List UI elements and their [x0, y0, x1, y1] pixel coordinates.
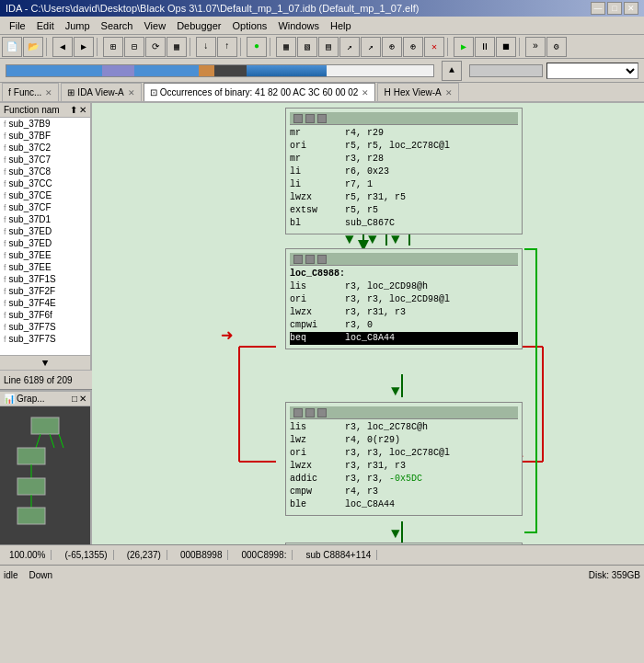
maximize-button[interactable]: □	[607, 2, 622, 15]
list-item[interactable]: fsub_37F6f	[0, 309, 90, 321]
list-item[interactable]: fsub_37C2	[0, 142, 90, 154]
function-list[interactable]: fsub_37B9 fsub_37BF fsub_37C2 fsub_37C7 …	[0, 118, 90, 355]
main-area: Function nam ⬆ ✕ fsub_37B9 fsub_37BF fsu…	[0, 103, 644, 544]
blk-icon	[293, 408, 303, 417]
list-item[interactable]: fsub_37F4E	[0, 297, 90, 309]
list-item[interactable]: fsub_37B9	[0, 118, 90, 130]
menu-search[interactable]: Search	[96, 18, 139, 33]
btn-stop[interactable]: ⏹	[496, 37, 516, 57]
btn4[interactable]: ⊟	[124, 37, 144, 57]
nav-btn[interactable]: ▲	[442, 61, 462, 81]
list-item[interactable]: fsub_37C7	[0, 154, 90, 166]
list-item[interactable]: fsub_37C8	[0, 166, 90, 177]
sidebar-scroll-down[interactable]: ▼	[0, 355, 90, 370]
sidebar-title: Function nam	[4, 105, 60, 115]
btn12[interactable]: ↗	[339, 37, 360, 57]
separator1	[46, 38, 50, 56]
list-item[interactable]: fsub_37ED	[0, 237, 90, 249]
list-item[interactable]: fsub_37F2F	[0, 285, 90, 297]
status-func: sub C8884+114	[300, 550, 377, 560]
menu-debugger[interactable]: Debugger	[171, 18, 226, 33]
list-item[interactable]: fsub_37F1S	[0, 273, 90, 285]
minimize-button[interactable]: —	[591, 2, 605, 15]
btn-settings[interactable]: ⚙	[546, 37, 567, 57]
code-line: mr r3, r28	[290, 153, 518, 166]
menu-edit[interactable]: Edit	[31, 18, 60, 33]
list-item[interactable]: fsub_37CE	[0, 189, 90, 201]
status-addr1: 000B8998	[175, 550, 229, 560]
list-item[interactable]: fsub_37CF	[0, 201, 90, 213]
btn8[interactable]: ↑	[217, 37, 237, 57]
tab-occ-close[interactable]: ✕	[362, 88, 369, 97]
btn7[interactable]: ↓	[196, 37, 216, 57]
tab-hex-view[interactable]: H Hex View-A ✕	[377, 83, 458, 101]
list-item[interactable]: fsub_37CC	[0, 177, 90, 189]
tab-occurrences[interactable]: ⊡ Occurrences of binary: 41 82 00 AC 3C …	[144, 83, 376, 101]
tab-ida-close[interactable]: ✕	[128, 88, 135, 97]
btn5[interactable]: ⟳	[145, 37, 166, 57]
blk-icon	[293, 255, 303, 264]
btn3[interactable]: ⊞	[103, 37, 123, 57]
menu-windows[interactable]: Windows	[272, 18, 325, 33]
close-button[interactable]: ✕	[624, 2, 638, 15]
list-item[interactable]: fsub_37EE	[0, 249, 90, 261]
btn14[interactable]: ⊕	[382, 37, 402, 57]
separator2	[97, 38, 100, 56]
svg-line-1	[36, 434, 40, 448]
list-item[interactable]: fsub_37F7S	[0, 321, 90, 333]
list-item[interactable]: fsub_37BF	[0, 130, 90, 142]
separator3	[190, 38, 193, 56]
graph-minimap[interactable]	[0, 406, 90, 544]
dock-idle: idle	[4, 570, 18, 580]
menu-jump[interactable]: Jump	[60, 18, 96, 33]
blk-icon2	[305, 114, 315, 123]
block3-titlebar	[290, 406, 518, 419]
tab-func-close[interactable]: ✕	[45, 88, 52, 97]
tab-ida-label: IDA View-A	[77, 87, 123, 97]
ida-view[interactable]: mr r4, r29 ori r5, r5, loc_2C78C@l mr r3…	[92, 103, 644, 544]
view-combo[interactable]	[546, 63, 638, 79]
sidebar-sort-icon[interactable]: ⬆	[70, 105, 77, 115]
menu-view[interactable]: View	[138, 18, 171, 33]
code-line: addic r3, r3, -0x5DC	[290, 473, 518, 486]
loc-label: loc_C8988:	[290, 268, 518, 280]
arrow-down-5: ▼	[391, 526, 400, 543]
btn-play[interactable]: ▶	[454, 37, 474, 57]
code-line: ble loc_C8A44	[290, 498, 518, 511]
menu-options[interactable]: Options	[226, 18, 272, 33]
btn11[interactable]: ▤	[318, 37, 339, 57]
sidebar-close-icon[interactable]: ✕	[79, 105, 86, 115]
new-button[interactable]: 📄	[2, 37, 22, 57]
svg-line-3	[59, 434, 63, 448]
list-item[interactable]: fsub_37D1	[0, 213, 90, 225]
fwd-button[interactable]: ▶	[74, 37, 94, 57]
list-item[interactable]: fsub_37ED	[0, 225, 90, 237]
open-button[interactable]: 📂	[23, 37, 43, 57]
graph-expand[interactable]: □	[72, 394, 77, 404]
btn-pause[interactable]: ⏸	[475, 37, 495, 57]
svg-rect-0	[31, 417, 59, 434]
code-line: ori r3, r3, loc_2CD98@l	[290, 293, 518, 306]
list-item[interactable]: fsub_37F7S	[0, 333, 90, 345]
menu-help[interactable]: Help	[325, 18, 357, 33]
btn6[interactable]: ▦	[167, 37, 187, 57]
minimap-svg	[8, 416, 82, 535]
btn15[interactable]: ⊕	[403, 37, 423, 57]
dock-disk: Disk: 359GB	[589, 570, 640, 580]
separator7	[519, 38, 523, 56]
btn-red-x[interactable]: ✕	[424, 37, 444, 57]
right-border-line	[524, 248, 537, 533]
btn13[interactable]: ↗	[361, 37, 381, 57]
tab-ida-view[interactable]: ⊞ IDA View-A ✕	[61, 83, 141, 101]
btn-more[interactable]: »	[525, 37, 546, 57]
btn10[interactable]: ▧	[297, 37, 317, 57]
tab-functions[interactable]: f Func... ✕	[2, 83, 59, 101]
btn-circle[interactable]: ●	[247, 37, 267, 57]
menu-file[interactable]: File	[4, 18, 31, 33]
btn9[interactable]: ▦	[276, 37, 296, 57]
graph-close-icon[interactable]: ✕	[79, 394, 86, 404]
progress-fill	[6, 65, 327, 77]
tab-hex-close[interactable]: ✕	[445, 88, 453, 97]
list-item[interactable]: fsub_37EE	[0, 261, 90, 273]
back-button[interactable]: ◀	[52, 37, 73, 57]
